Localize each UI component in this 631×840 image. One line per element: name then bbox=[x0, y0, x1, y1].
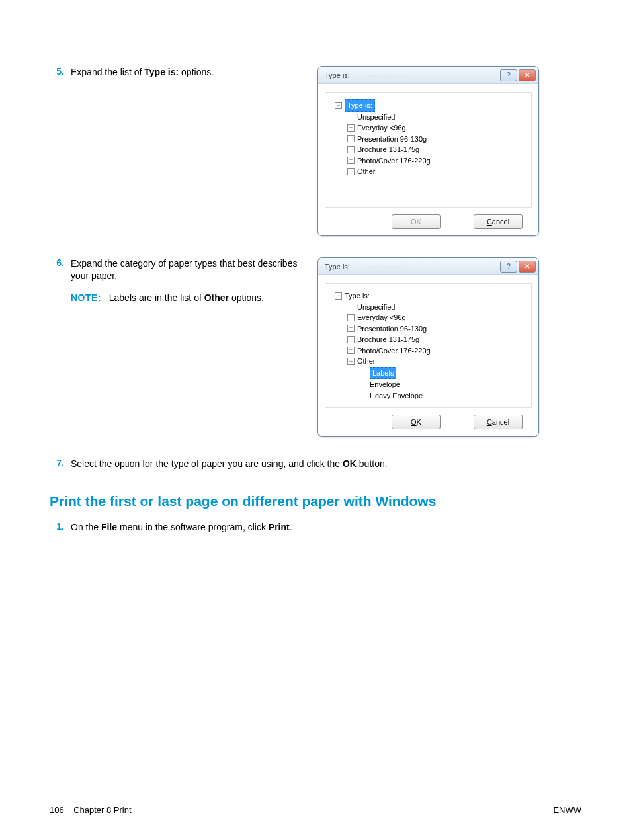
note-box: NOTE: Labels are in the list of Other op… bbox=[71, 292, 317, 304]
step-number: 5. bbox=[50, 66, 71, 244]
close-button[interactable]: ✕ bbox=[519, 261, 536, 273]
tree-item[interactable]: +Presentation 96-130g bbox=[347, 134, 526, 145]
expander-plus-icon[interactable]: + bbox=[347, 168, 355, 175]
step-number: 7. bbox=[50, 458, 71, 470]
close-icon: ✕ bbox=[525, 263, 530, 270]
dialog-type-is-1: Type is: ····· ······ ··· ? ✕ − Type is: bbox=[317, 66, 539, 236]
tree-item[interactable]: −Other bbox=[347, 356, 526, 367]
tree-item[interactable]: Heavy Envelope bbox=[360, 390, 526, 401]
tree-item-label: Labels bbox=[370, 367, 396, 380]
page-footer: 106 Chapter 8 Print ENWW bbox=[50, 805, 581, 815]
help-button[interactable]: ? bbox=[500, 69, 517, 81]
tree-item-label: Heavy Envelope bbox=[370, 390, 423, 401]
expander-plus-icon[interactable]: + bbox=[347, 347, 355, 354]
tree-view[interactable]: − Type is: Unspecified+Everyday <96g+Pre… bbox=[325, 92, 532, 208]
tree-view[interactable]: − Type is: Unspecified+Everyday <96g+Pre… bbox=[325, 283, 532, 408]
step-1-text: On the File menu in the software program… bbox=[71, 521, 292, 534]
dialog-title-bar[interactable]: Type is: ····· ······ ··· ? ✕ bbox=[318, 258, 538, 275]
expander-minus-icon[interactable]: − bbox=[335, 292, 342, 300]
tree-item[interactable]: +Brochure 131-175g bbox=[347, 144, 526, 155]
expander-plus-icon[interactable]: + bbox=[347, 124, 355, 132]
ok-button[interactable]: OK bbox=[392, 415, 441, 429]
step-5-text: Expand the list of Type is: options. bbox=[71, 66, 317, 244]
tree-root-label[interactable]: Type is: bbox=[345, 290, 370, 302]
expander-plus-icon[interactable]: + bbox=[347, 336, 355, 343]
step-5-pre: Expand the list of bbox=[71, 67, 144, 77]
tree-item[interactable]: +Photo/Cover 176-220g bbox=[347, 345, 526, 357]
expander-plus-icon[interactable]: + bbox=[347, 157, 355, 164]
tree-item[interactable]: +Everyday <96g bbox=[347, 122, 526, 134]
tree-item-label: Everyday <96g bbox=[357, 122, 406, 134]
dialog-title-blur: ····· ······ ··· bbox=[368, 263, 405, 270]
expander-plus-icon[interactable]: + bbox=[347, 135, 355, 142]
tree-root-label[interactable]: Type is: bbox=[345, 99, 375, 112]
tree-item-label: Other bbox=[357, 356, 376, 367]
tree-root-item[interactable]: − Type is: bbox=[335, 99, 526, 112]
tree-item-label: Unspecified bbox=[357, 302, 395, 313]
expander-minus-icon[interactable]: − bbox=[347, 358, 355, 365]
step-6-main: Expand the category of paper types that … bbox=[71, 258, 297, 281]
step-number: 1. bbox=[50, 521, 71, 534]
dialog-title: Type is: bbox=[325, 263, 350, 271]
note-bold: Other bbox=[204, 292, 229, 303]
section-heading: Print the first or last page on differen… bbox=[50, 493, 581, 509]
page-number: 106 bbox=[50, 805, 64, 815]
tree-item[interactable]: Unspecified bbox=[347, 112, 526, 123]
dialog-type-is-2: Type is: ····· ······ ··· ? ✕ − Type is: bbox=[317, 257, 539, 437]
tree-item-label: Photo/Cover 176-220g bbox=[357, 345, 431, 357]
step-5-bold: Type is: bbox=[144, 67, 179, 77]
note-label: NOTE: bbox=[71, 292, 101, 303]
help-icon: ? bbox=[507, 71, 511, 79]
expander-minus-icon[interactable]: − bbox=[335, 102, 342, 109]
expander-plus-icon[interactable]: + bbox=[347, 146, 355, 153]
help-icon: ? bbox=[507, 263, 511, 270]
note-pre: Labels are in the list of bbox=[109, 292, 204, 303]
footer-right: ENWW bbox=[553, 805, 581, 815]
ok-label: OK bbox=[411, 218, 421, 226]
tree-item-label: Other bbox=[357, 166, 376, 177]
step-7-text: Select the option for the type of paper … bbox=[71, 458, 388, 470]
tree-item-label: Envelope bbox=[370, 379, 400, 390]
close-icon: ✕ bbox=[525, 71, 530, 79]
tree-item[interactable]: +Other bbox=[347, 166, 526, 177]
tree-item-label: Brochure 131-175g bbox=[357, 334, 419, 345]
tree-item[interactable]: Labels bbox=[360, 367, 526, 380]
help-button[interactable]: ? bbox=[500, 261, 517, 273]
step-6-text: Expand the category of paper types that … bbox=[71, 257, 317, 444]
tree-item-label: Presentation 96-130g bbox=[357, 323, 427, 335]
dialog-title: Type is: bbox=[325, 71, 350, 79]
tree-item[interactable]: +Photo/Cover 176-220g bbox=[347, 155, 526, 167]
step-7-bold: OK bbox=[343, 458, 357, 469]
note-post: options. bbox=[229, 292, 264, 303]
dialog-title-blur: ····· ······ ··· bbox=[368, 72, 405, 79]
step-7-pre: Select the option for the type of paper … bbox=[71, 458, 343, 469]
tree-item-label: Unspecified bbox=[357, 112, 395, 123]
close-button[interactable]: ✕ bbox=[519, 69, 536, 81]
tree-item-label: Presentation 96-130g bbox=[357, 134, 427, 145]
step-7-post: button. bbox=[357, 458, 388, 469]
tree-item-label: Photo/Cover 176-220g bbox=[357, 155, 431, 167]
step-number: 6. bbox=[50, 257, 71, 444]
cancel-button[interactable]: Cancel bbox=[474, 415, 523, 429]
dialog-title-bar[interactable]: Type is: ····· ······ ··· ? ✕ bbox=[318, 67, 538, 84]
tree-item-label: Brochure 131-175g bbox=[357, 144, 419, 155]
tree-item[interactable]: +Everyday <96g bbox=[347, 312, 526, 323]
ok-button: OK bbox=[392, 214, 441, 229]
chapter-label: Chapter 8 Print bbox=[73, 805, 131, 815]
tree-item[interactable]: +Presentation 96-130g bbox=[347, 323, 526, 335]
tree-item[interactable]: Unspecified bbox=[347, 302, 526, 313]
expander-plus-icon[interactable]: + bbox=[347, 325, 355, 332]
tree-item-label: Everyday <96g bbox=[357, 312, 406, 323]
tree-root-item[interactable]: − Type is: bbox=[335, 290, 526, 302]
tree-item[interactable]: Envelope bbox=[360, 379, 526, 390]
cancel-button[interactable]: Cancel bbox=[474, 214, 523, 229]
tree-item[interactable]: +Brochure 131-175g bbox=[347, 334, 526, 345]
step-5-post: options. bbox=[179, 67, 214, 77]
expander-plus-icon[interactable]: + bbox=[347, 314, 355, 321]
